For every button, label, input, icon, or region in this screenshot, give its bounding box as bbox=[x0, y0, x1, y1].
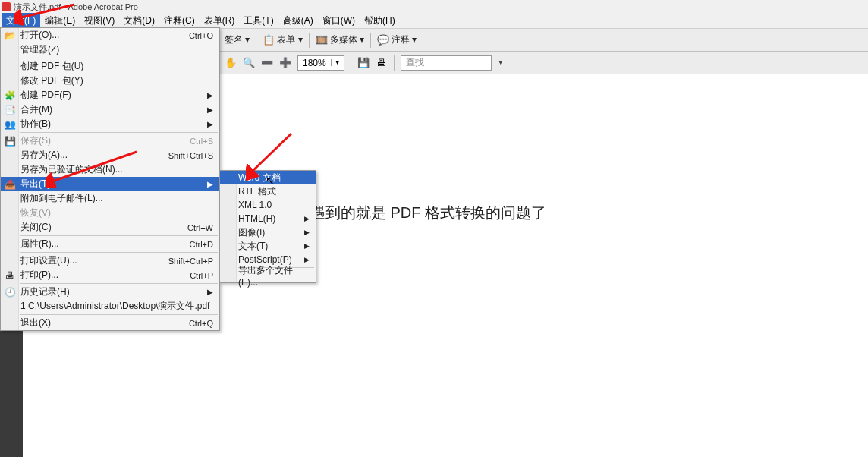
file-menu-item[interactable]: 管理器(Z) bbox=[1, 43, 219, 57]
export-submenu-item[interactable]: 文本(T)▶ bbox=[220, 239, 316, 253]
menu-shortcut: Ctrl+W bbox=[187, 223, 213, 232]
menubar-item[interactable]: 文档(D) bbox=[119, 13, 159, 29]
menu-item-label: 属性(R)... bbox=[20, 238, 59, 251]
file-menu-item[interactable]: 修改 PDF 包(Y) bbox=[1, 74, 219, 88]
file-menu-item[interactable]: 🖶打印(P)...Ctrl+P bbox=[1, 268, 219, 282]
file-menu-item[interactable]: 另存为已验证的文档(N)... bbox=[1, 162, 219, 177]
export-submenu-item[interactable]: 图像(I)▶ bbox=[220, 225, 316, 239]
file-menu-dropdown: 📂打开(O)...Ctrl+O管理器(Z)创建 PDF 包(U)修改 PDF 包… bbox=[0, 27, 220, 331]
file-menu-item[interactable]: 关闭(C)Ctrl+W bbox=[1, 220, 219, 235]
menu-shortcut: Ctrl+Q bbox=[189, 319, 213, 328]
menu-item-label: 导出(T) bbox=[20, 178, 50, 191]
export-submenu-item[interactable]: 导出多个文件(E)... bbox=[220, 269, 316, 282]
file-menu-item[interactable]: 1 C:\Users\Administrator\Desktop\演示文件.pd… bbox=[1, 299, 219, 314]
file-menu-item[interactable]: 📑合并(M)▶ bbox=[1, 102, 219, 117]
zoom-tool-icon[interactable]: 🔍 bbox=[243, 57, 255, 69]
submenu-arrow-icon: ▶ bbox=[304, 242, 310, 250]
menubar-item[interactable]: 窗口(W) bbox=[318, 13, 360, 29]
print-icon[interactable]: 🖶 bbox=[376, 57, 388, 69]
submenu-arrow-icon: ▶ bbox=[207, 91, 213, 99]
zoom-out-icon[interactable]: ➖ bbox=[261, 57, 273, 69]
menubar-item[interactable]: 视图(V) bbox=[80, 13, 119, 29]
file-menu-item[interactable]: 属性(R)...Ctrl+D bbox=[1, 237, 219, 251]
file-menu-item[interactable]: 另存为(A)...Shift+Ctrl+S bbox=[1, 148, 219, 162]
sign-button[interactable]: 签名 ▾ bbox=[220, 32, 254, 48]
separator bbox=[394, 55, 395, 71]
menubar-item[interactable]: 表单(R) bbox=[200, 13, 240, 29]
zoom-in-icon[interactable]: ➕ bbox=[279, 57, 291, 69]
submenu-item-label: 导出多个文件(E)... bbox=[238, 264, 310, 288]
multimedia-button[interactable]: 🎞️ 多媒体 ▾ bbox=[311, 32, 369, 48]
separator bbox=[256, 33, 256, 48]
submenu-arrow-icon: ▶ bbox=[304, 228, 310, 236]
find-input[interactable]: 查找 bbox=[401, 55, 492, 71]
menu-item-label: 协作(B) bbox=[20, 118, 51, 131]
menu-separator bbox=[20, 252, 218, 253]
menu-item-icon: 📤 bbox=[4, 178, 16, 191]
menu-item-label: 退出(X) bbox=[20, 317, 51, 329]
file-menu-item[interactable]: 👥协作(B)▶ bbox=[1, 117, 219, 131]
comment-label: 注释 ▾ bbox=[392, 33, 417, 46]
menu-item-label: 另存为(A)... bbox=[20, 149, 68, 162]
menu-item-label: 历史记录(H) bbox=[20, 285, 70, 298]
menu-separator bbox=[20, 283, 218, 284]
zoom-value: 180% bbox=[298, 58, 331, 68]
submenu-arrow-icon: ▶ bbox=[207, 106, 213, 114]
menubar-item[interactable]: 高级(A) bbox=[278, 13, 318, 29]
menu-item-icon: 💾 bbox=[4, 135, 16, 147]
zoom-level[interactable]: 180% ▼ bbox=[297, 55, 344, 71]
separator bbox=[370, 33, 371, 48]
menu-item-icon: 📂 bbox=[4, 30, 16, 42]
menu-shortcut: Ctrl+O bbox=[189, 31, 213, 40]
menu-item-label: 修改 PDF 包(Y) bbox=[20, 74, 83, 87]
multimedia-icon: 🎞️ bbox=[316, 34, 328, 46]
file-menu-item[interactable]: 附加到电子邮件(L)... bbox=[1, 191, 219, 206]
save-icon[interactable]: 💾 bbox=[357, 57, 370, 69]
forms-button[interactable]: 📋 表单 ▾ bbox=[258, 32, 307, 48]
chevron-down-icon[interactable]: ▼ bbox=[331, 59, 344, 66]
menu-shortcut: Shift+Ctrl+S bbox=[168, 151, 213, 160]
file-menu-item[interactable]: 📤导出(T)▶ bbox=[1, 177, 219, 191]
menubar-item[interactable]: 编辑(E) bbox=[40, 13, 80, 29]
file-menu-item[interactable]: 📂打开(O)...Ctrl+O bbox=[1, 28, 219, 43]
submenu-arrow-icon: ▶ bbox=[304, 215, 310, 222]
forms-icon: 📋 bbox=[263, 34, 275, 46]
comment-button[interactable]: 💬 注释 ▾ bbox=[373, 32, 421, 48]
file-menu-item[interactable]: 🕘历史记录(H)▶ bbox=[1, 285, 219, 299]
menubar-item[interactable]: 注释(C) bbox=[159, 13, 200, 29]
menubar-item[interactable]: 帮助(H) bbox=[360, 13, 400, 29]
menu-item-label: 1 C:\Users\Administrator\Desktop\演示文件.pd… bbox=[20, 300, 209, 313]
menu-shortcut: Ctrl+D bbox=[190, 240, 213, 249]
file-menu-item[interactable]: 创建 PDF 包(U) bbox=[1, 59, 219, 74]
menu-item-label: 合并(M) bbox=[20, 103, 52, 116]
file-menu-item[interactable]: 打印设置(U)...Shift+Ctrl+P bbox=[1, 254, 219, 268]
menu-item-icon: 🕘 bbox=[4, 286, 16, 298]
menu-item-label: 恢复(V) bbox=[20, 206, 51, 219]
submenu-arrow-icon: ▶ bbox=[207, 288, 213, 296]
app-icon bbox=[2, 2, 11, 11]
menubar-item[interactable]: 文件(F) bbox=[2, 13, 40, 29]
menu-separator bbox=[20, 132, 218, 133]
menu-item-label: 创建 PDF 包(U) bbox=[20, 60, 83, 73]
hand-tool-icon[interactable]: ✋ bbox=[225, 57, 237, 69]
menu-item-label: 创建 PDF(F) bbox=[20, 89, 71, 102]
export-submenu-item[interactable]: XML 1.0 bbox=[220, 198, 316, 212]
separator bbox=[351, 55, 351, 71]
menu-shortcut: Ctrl+S bbox=[190, 137, 213, 146]
menu-item-label: 另存为已验证的文档(N)... bbox=[20, 163, 123, 176]
chevron-down-icon[interactable]: ▼ bbox=[498, 59, 504, 66]
menu-item-label: 打印(P)... bbox=[20, 269, 58, 282]
submenu-arrow-icon: ▶ bbox=[304, 256, 310, 263]
submenu-item-label: HTML(H) bbox=[238, 213, 275, 224]
menu-shortcut: Shift+Ctrl+P bbox=[168, 257, 213, 266]
menu-item-label: 附加到电子邮件(L)... bbox=[20, 192, 103, 205]
menubar-item[interactable]: 工具(T) bbox=[239, 13, 278, 29]
sign-label: 签名 ▾ bbox=[225, 33, 250, 46]
separator bbox=[309, 33, 310, 48]
export-submenu-item[interactable]: HTML(H)▶ bbox=[220, 212, 316, 225]
file-menu-item[interactable]: 🧩创建 PDF(F)▶ bbox=[1, 88, 219, 102]
menu-item-icon: 📑 bbox=[4, 104, 16, 116]
menu-item-icon: 🧩 bbox=[4, 90, 16, 102]
mouse-cursor: ↖ bbox=[266, 175, 275, 187]
file-menu-item[interactable]: 退出(X)Ctrl+Q bbox=[1, 316, 219, 330]
